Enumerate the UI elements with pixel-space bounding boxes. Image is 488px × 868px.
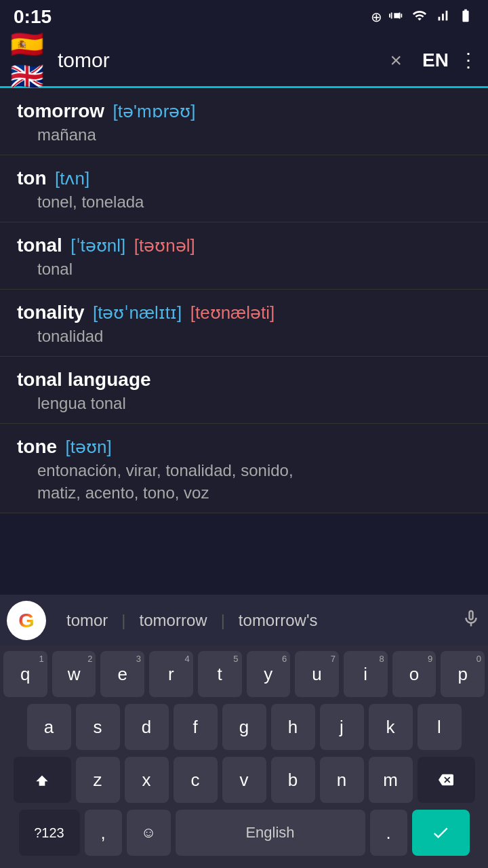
result-item-tonal-language[interactable]: tonal language lengua tonal [0,357,488,424]
content-area: tomorrow [tə'mɒrəʊ] mañana ton [tʌn] ton… [0,88,488,595]
result-translation: lengua tonal [17,394,471,413]
key-u[interactable]: 7u [295,651,339,697]
battery-icon [457,8,474,26]
key-e[interactable]: 3e [100,651,144,697]
result-item-tonal[interactable]: tonal [ˈtəʊnl] [təʊnəl] tonal [0,222,488,290]
signal-icon [435,8,450,26]
key-enter[interactable] [412,810,470,856]
key-t[interactable]: 5t [198,651,242,697]
result-phonetic-red: [təʊnəl] [134,235,195,256]
keyboard-row-4: ?123 , ☺ English . [3,810,485,856]
result-item-tonality[interactable]: tonality [təʊˈnælɪtɪ] [teʊnæləti] tonali… [0,290,488,357]
result-item-tomorrow[interactable]: tomorrow [tə'mɒrəʊ] mañana [0,88,488,155]
suggestion-tomorrows[interactable]: tomorrow's [228,606,328,635]
result-translation: entonación, virar, tonalidad, sonido, [17,461,471,480]
result-translation: tonel, tonelada [17,193,471,212]
result-word: tonal [17,235,62,256]
key-a[interactable]: a [27,704,71,750]
key-j[interactable]: j [320,704,364,750]
search-input[interactable] [58,49,380,72]
result-phonetic-red: [teʊnæləti] [190,302,275,323]
wifi-icon [411,8,428,26]
key-i[interactable]: 8i [344,651,388,697]
result-word: tonality [17,302,85,323]
suggestion-tomorrow[interactable]: tomorrow [129,606,218,635]
key-b[interactable]: b [271,757,315,803]
key-w[interactable]: 2w [52,651,96,697]
key-z[interactable]: z [76,757,120,803]
result-phonetic-blue: [ˈtəʊnl] [70,235,125,256]
flag-icon: 🇪🇸🇬🇧 [10,45,47,75]
result-translation-2: matiz, acento, tono, voz [17,484,471,502]
key-q[interactable]: 1q [3,651,47,697]
key-r[interactable]: 4r [149,651,193,697]
key-emoji[interactable]: ☺ [127,810,171,856]
key-s[interactable]: s [76,704,120,750]
result-translation: tonal [17,260,471,279]
results-list: tomorrow [tə'mɒrəʊ] mañana ton [tʌn] ton… [0,88,488,513]
result-word: ton [17,167,47,189]
key-f[interactable]: f [174,704,218,750]
search-input-container [58,49,380,72]
result-translation: mañana [17,125,471,144]
result-item-tone[interactable]: tone [təʊn] entonación, virar, tonalidad… [0,424,488,513]
key-g[interactable]: g [222,704,266,750]
key-backspace[interactable] [418,757,475,803]
result-word: tomorrow [17,100,104,121]
clear-button[interactable]: × [390,49,403,72]
key-n[interactable]: n [320,757,364,803]
result-item-ton[interactable]: ton [tʌn] tonel, tonelada [0,155,488,222]
keyboard-row-3: z x c v b n m [3,757,485,803]
keyboard: 1q 2w 3e 4r 5t 6y 7u 8i 9o 0p a s d f g … [0,646,488,868]
key-comma[interactable]: , [85,810,122,856]
mic-icon[interactable] [461,608,481,633]
google-g: G [18,609,34,632]
key-m[interactable]: m [369,757,413,803]
result-translation: tonalidad [17,327,471,346]
suggestions-bar: G tomor | tomorrow | tomorrow's [0,595,488,646]
key-x[interactable]: x [125,757,169,803]
key-symbols[interactable]: ?123 [19,810,80,856]
key-y[interactable]: 6y [247,651,291,697]
suggestion-divider-2: | [221,611,225,630]
key-period[interactable]: . [370,810,407,856]
key-space[interactable]: English [176,810,365,856]
key-c[interactable]: c [174,757,218,803]
result-phonetic-blue: [tə'mɒrəʊ] [113,101,196,121]
result-phonetic-blue: [təʊˈnælɪtɪ] [93,302,182,323]
suggestion-tomor[interactable]: tomor [56,606,118,635]
menu-button[interactable]: ⋮ [459,49,478,71]
keyboard-row-1: 1q 2w 3e 4r 5t 6y 7u 8i 9o 0p [3,651,485,697]
status-time: 0:15 [14,6,52,28]
app-container: 0:15 ⊕ 🇪🇸🇬🇧 × EN ⋮ [0,0,488,868]
result-word: tonal language [17,369,151,390]
key-h[interactable]: h [271,704,315,750]
vibrate-icon [389,8,404,26]
language-button[interactable]: EN [422,50,449,71]
search-bar: 🇪🇸🇬🇧 × EN ⋮ [0,34,488,88]
key-l[interactable]: l [418,704,462,750]
status-icons: ⊕ [371,8,474,26]
status-bar: 0:15 ⊕ [0,0,488,34]
result-phonetic-blue: [tʌn] [55,168,89,189]
key-p[interactable]: 0p [441,651,485,697]
result-phonetic-blue: [təʊn] [66,437,112,457]
key-shift[interactable] [14,757,71,803]
suggestion-divider-1: | [121,611,125,630]
rotation-icon: ⊕ [371,9,382,25]
result-word: tone [17,436,57,457]
key-d[interactable]: d [125,704,169,750]
key-o[interactable]: 9o [392,651,436,697]
keyboard-row-2: a s d f g h j k l [3,704,485,750]
google-logo: G [7,601,46,640]
key-v[interactable]: v [222,757,266,803]
key-k[interactable]: k [369,704,413,750]
